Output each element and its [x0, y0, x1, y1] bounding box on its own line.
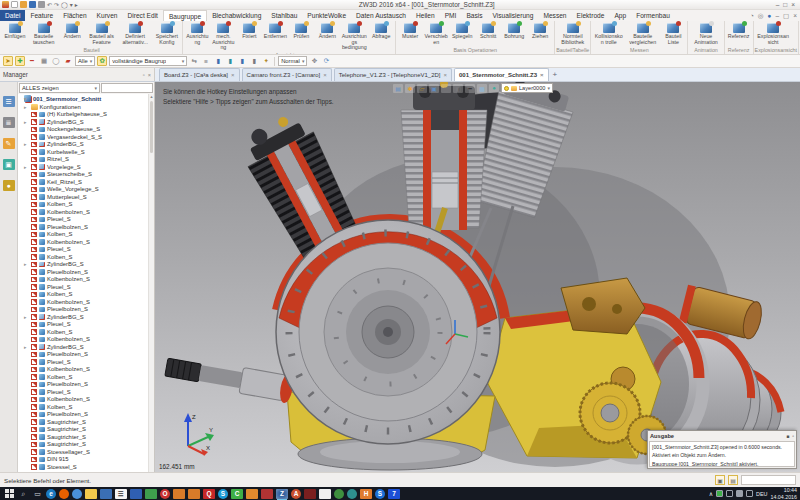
sync-icon[interactable]: ●	[767, 12, 771, 19]
tree-item-pleuel-s[interactable]: Pleuel_S	[18, 246, 154, 254]
view-mode-select[interactable]: Normal▾	[278, 56, 307, 66]
visibility-checkbox-icon[interactable]	[31, 442, 37, 448]
redline-icon[interactable]: ✎	[3, 138, 15, 149]
taskbar-app-darkred-app[interactable]	[304, 489, 316, 499]
output-shaft[interactable]	[164, 352, 295, 404]
pick-filter-icon[interactable]: ➤	[3, 56, 13, 66]
close-button[interactable]: ×	[791, 1, 795, 8]
visibility-checkbox-icon[interactable]	[31, 269, 37, 275]
tray-icon-1[interactable]	[716, 490, 723, 497]
menu-item-punktewolke[interactable]: PunkteWolke	[302, 10, 351, 21]
menu-item-fl-chen[interactable]: Flächen	[58, 10, 91, 21]
visibility-checkbox-icon[interactable]	[31, 262, 37, 268]
tree-item-kolben-s[interactable]: Kolben_S	[18, 328, 154, 336]
expand-icon[interactable]: ▸	[24, 261, 27, 267]
align-bar-icon[interactable]: ▮	[213, 56, 223, 66]
tab-close-icon[interactable]: ×	[323, 72, 327, 78]
taskbar-app-skype-business[interactable]: S	[375, 489, 385, 499]
taskbar-app-save-tool[interactable]	[100, 489, 112, 499]
print-icon[interactable]	[38, 1, 45, 8]
tree-item-kolbenbolzen-s[interactable]: Kolbenbolzen_S	[18, 336, 154, 344]
visibility-checkbox-icon[interactable]	[31, 119, 37, 125]
tree-item-pleuelbolzen-s[interactable]: Pleuelbolzen_S	[18, 223, 154, 231]
tray-expand-icon[interactable]: ∧	[709, 490, 713, 497]
menu-item-direct-edit[interactable]: Direct Edit	[123, 10, 163, 21]
visibility-checkbox-icon[interactable]	[31, 127, 37, 133]
tree-item-pleuelbolzen-s[interactable]: Pleuelbolzen_S	[18, 381, 154, 389]
tree-item-pleuel-s[interactable]: Pleuel_S	[18, 388, 154, 396]
history-icon[interactable]: ≣	[3, 117, 15, 128]
ribbon-button-speichert-konfig[interactable]: Speichert Konfig	[152, 22, 181, 46]
taskbar-app-firefox[interactable]	[59, 489, 69, 499]
save-icon[interactable]	[29, 1, 36, 8]
task-view-icon[interactable]: ▭	[32, 489, 43, 499]
volume-icon[interactable]	[746, 490, 753, 497]
undo-icon[interactable]: ↶	[47, 1, 52, 9]
add-icon[interactable]: ✚	[15, 56, 25, 66]
menu-item-app[interactable]: App	[609, 10, 631, 21]
tree-item-zylinderbg-s[interactable]: ▸ZylinderBG_S	[18, 313, 154, 321]
visibility-checkbox-icon[interactable]	[31, 149, 37, 155]
ribbon-button-schnitt[interactable]: Schnitt	[475, 22, 501, 46]
ribbon-button-bauteil-liste[interactable]: Bauteil Liste	[660, 22, 686, 46]
tree-item-kolben-s[interactable]: Kolben_S	[18, 201, 154, 209]
ribbon-button-verschieben[interactable]: Verschieben	[423, 22, 449, 46]
regen-icon[interactable]: ✿	[97, 56, 107, 66]
image-icon[interactable]: ▣	[3, 159, 15, 170]
regen-mode-select[interactable]: vollständige Baugrup▾	[109, 56, 187, 66]
align-bar-icon[interactable]: ▮	[249, 56, 259, 66]
ribbon-button-bohrung[interactable]: Bohrung	[501, 22, 527, 46]
menu-item-basis[interactable]: Basis	[461, 10, 487, 21]
tree-item-kurbelwelle-s[interactable]: Kurbelwelle_S	[18, 148, 154, 156]
visibility-checkbox-icon[interactable]	[31, 382, 37, 388]
ribbon-button-ausrichtungs-bedingung[interactable]: Ausrichtungs bedingung	[340, 22, 368, 51]
taskbar-app-sphere-app[interactable]	[347, 489, 357, 499]
taskbar-app-seven-app[interactable]: 7	[388, 489, 400, 499]
visibility-checkbox-icon[interactable]	[31, 337, 37, 343]
visibility-checkbox-icon[interactable]	[31, 457, 37, 463]
manager-icon[interactable]: ☰	[3, 96, 15, 107]
taskbar-app-a-app[interactable]: A	[291, 489, 301, 499]
help-icon[interactable]: ◔	[750, 12, 754, 19]
tree-item-kolbenbolzen-s[interactable]: Kolbenbolzen_S	[18, 238, 154, 246]
start-button[interactable]	[3, 489, 15, 499]
ribbon-button-pr-fen[interactable]: Prüfen	[288, 22, 314, 51]
ribbon-button-abfrage[interactable]: Abfrage	[368, 22, 394, 51]
menu-item-datei[interactable]: Datei	[0, 10, 25, 21]
taskbar-app-nature-app[interactable]	[334, 489, 344, 499]
open-file-icon[interactable]	[20, 1, 27, 8]
menu-item-heilen[interactable]: Heilen	[411, 10, 440, 21]
visibility-checkbox-icon[interactable]	[31, 427, 37, 433]
line-width-icon[interactable]: ━	[465, 84, 475, 93]
settings-icon[interactable]: ◎	[758, 12, 764, 20]
tree-item-zylinderbg-s[interactable]: ▸ZylinderBG_S	[18, 261, 154, 269]
tree-item-zylinderbg-s[interactable]: ▸ZylinderBG_S	[18, 118, 154, 126]
expand-icon[interactable]: ▸	[24, 104, 27, 110]
tab-close-icon[interactable]: ×	[444, 72, 448, 78]
ribbon-button-ausrichtung[interactable]: Ausrichtung	[184, 22, 210, 51]
expand-icon[interactable]: ▸	[24, 119, 27, 125]
crankcase-front[interactable]	[276, 220, 500, 444]
minimize-button[interactable]: –	[776, 1, 780, 8]
tree-item-steuerscheibe-s[interactable]: Steuerscheibe_S	[18, 171, 154, 179]
tree-item-saugtrichter-s[interactable]: Saugtrichter_S	[18, 426, 154, 434]
visibility-checkbox-icon[interactable]	[31, 322, 37, 328]
engine-3d-model[interactable]	[155, 82, 800, 472]
layer-select[interactable]: Layer0000 ▾	[501, 83, 553, 93]
render-mode-icon[interactable]: ✱	[405, 84, 415, 93]
visibility-checkbox-icon[interactable]	[31, 434, 37, 440]
menu-item-blechabwicklung[interactable]: Blechabwicklung	[207, 10, 266, 21]
visibility-checkbox-icon[interactable]	[31, 239, 37, 245]
tree-item-din-915[interactable]: DIN 915	[18, 456, 154, 464]
visibility-checkbox-icon[interactable]	[31, 224, 37, 230]
status-toggle-1-icon[interactable]: ▣	[715, 475, 725, 485]
menu-item-elektrode[interactable]: Elektrode	[572, 10, 610, 21]
align-bar-icon[interactable]: ▮	[225, 56, 235, 66]
search-icon[interactable]: ⌕	[18, 489, 29, 499]
tab-close-icon[interactable]: ×	[540, 72, 544, 78]
menu-item-pmi[interactable]: PMI	[440, 10, 462, 21]
document-tab-board-z3-ca-a-deska[interactable]: Board.Z3 - [Ca³a deska]×	[159, 68, 240, 81]
status-toggle-2-icon[interactable]: ▤	[728, 475, 738, 485]
loop-icon[interactable]: ◯	[61, 1, 68, 9]
menu-item-baugruppe[interactable]: Baugruppe	[163, 10, 207, 21]
